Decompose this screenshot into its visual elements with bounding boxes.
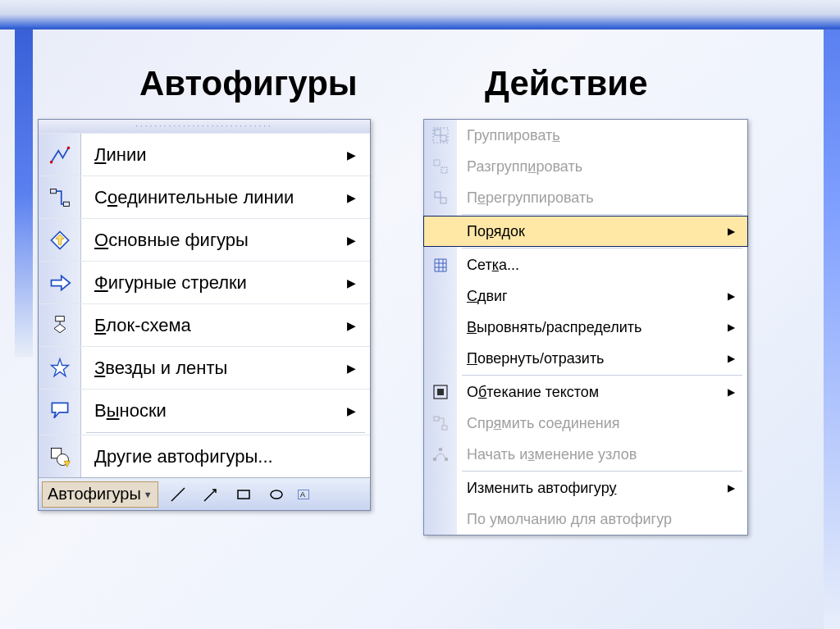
grid-icon (424, 249, 457, 280)
reroute-icon (424, 408, 457, 439)
dropdown-arrow-icon: ▼ (144, 490, 153, 499)
actions-menu: Группировать Разгруппировать Перегруппир… (423, 119, 748, 536)
svg-text:A: A (300, 490, 305, 499)
menu-label: Выноски (81, 400, 347, 422)
menu-item-callouts[interactable]: Выноски ▶ (39, 389, 370, 431)
menu-label: По умолчанию для автофигур (457, 511, 747, 528)
submenu-arrow-icon: ▶ (728, 226, 747, 237)
svg-point-8 (271, 490, 282, 499)
menu-item-grid[interactable]: Сетка... (424, 249, 747, 280)
autoshapes-dropdown-button[interactable]: Автофигуры▼ (42, 481, 158, 508)
menu-label: Сдвиг (457, 288, 728, 305)
menu-label: Соединительные линии (81, 187, 347, 208)
arrow-tool-button[interactable] (198, 481, 224, 508)
heading-actions: Действие (485, 64, 648, 103)
svg-rect-17 (441, 198, 446, 203)
submenu-arrow-icon: ▶ (347, 234, 370, 247)
submenu-arrow-icon: ▶ (347, 191, 370, 204)
menu-label: Перегруппировать (457, 189, 747, 207)
text-wrapping-icon (424, 376, 457, 408)
menu-item-align-distribute[interactable]: Выровнять/распределить ▶ (424, 312, 747, 343)
submenu-arrow-icon: ▶ (347, 276, 370, 289)
svg-rect-7 (238, 490, 249, 499)
svg-rect-3 (63, 202, 69, 206)
menu-label: Звезды и ленты (81, 358, 347, 379)
menu-label: Повернуть/отразить (457, 350, 728, 367)
blank-icon (424, 472, 457, 504)
menu-item-rotate-flip[interactable]: Повернуть/отразить ▶ (424, 343, 747, 374)
svg-rect-14 (434, 160, 440, 166)
menu-item-lines[interactable]: Линии ▶ (39, 133, 370, 175)
svg-rect-11 (435, 130, 441, 135)
submenu-arrow-icon: ▶ (728, 290, 747, 302)
menu-item-stars-banners[interactable]: Звезды и ленты ▶ (39, 346, 370, 389)
menu-label: Спрямить соединения (457, 415, 747, 432)
menu-item-ungroup[interactable]: Разгруппировать (424, 151, 747, 182)
drawing-toolbar: Автофигуры▼ A (39, 477, 370, 510)
menu-grip[interactable]: ····························· (39, 120, 370, 133)
menu-label: Сетка... (457, 257, 747, 274)
blank-icon (424, 312, 457, 343)
lines-icon (39, 134, 81, 175)
menu-label: Разгруппировать (457, 158, 747, 175)
submenu-arrow-icon: ▶ (728, 321, 747, 333)
blank-icon (424, 504, 457, 535)
blank-icon (424, 280, 457, 312)
menu-item-reroute-connectors[interactable]: Спрямить соединения (424, 408, 747, 439)
svg-point-0 (49, 161, 52, 164)
svg-rect-16 (435, 192, 441, 198)
svg-rect-19 (437, 389, 444, 395)
group-icon (424, 120, 457, 151)
ungroup-icon (424, 151, 457, 182)
textbox-tool-button[interactable]: A (296, 481, 311, 508)
menu-item-block-arrows[interactable]: Фигурные стрелки ▶ (39, 261, 370, 303)
menu-label: Другие автофигуры... (81, 446, 370, 467)
blank-icon (424, 217, 457, 246)
menu-label: Блок-схема (81, 315, 347, 336)
svg-rect-21 (442, 426, 447, 430)
menu-label: Начать изменение узлов (457, 446, 747, 463)
rectangle-tool-button[interactable] (231, 481, 257, 508)
menu-label: Порядок (457, 223, 728, 240)
submenu-arrow-icon: ▶ (347, 319, 370, 332)
svg-rect-24 (445, 458, 448, 461)
svg-point-1 (66, 146, 70, 149)
menu-item-change-autoshape[interactable]: Изменить автофигуру ▶ (424, 472, 747, 504)
line-tool-button[interactable] (165, 481, 191, 508)
menu-item-flowchart[interactable]: Блок-схема ▶ (39, 303, 370, 346)
svg-rect-12 (441, 135, 446, 141)
blank-icon (424, 343, 457, 374)
svg-rect-22 (433, 458, 436, 461)
more-shapes-icon (39, 435, 81, 477)
menu-item-regroup[interactable]: Перегруппировать (424, 182, 747, 213)
edit-points-icon (424, 439, 457, 470)
button-label: Автофигуры (48, 485, 141, 504)
menu-item-set-autoshape-defaults[interactable]: По умолчанию для автофигур (424, 504, 747, 535)
slide-accent-stripe (15, 30, 33, 358)
menu-item-group[interactable]: Группировать (424, 120, 747, 151)
menu-label: Изменить автофигуру (457, 480, 728, 497)
menu-label: Фигурные стрелки (81, 272, 347, 294)
menu-label: Линии (81, 144, 347, 166)
menu-item-more-autoshapes[interactable]: Другие автофигуры... (39, 435, 370, 477)
menu-label: Группировать (457, 127, 747, 144)
stars-icon (39, 347, 81, 389)
menu-item-text-wrapping[interactable]: Обтекание текстом ▶ (424, 376, 747, 408)
regroup-icon (424, 182, 457, 213)
menu-label: Основные фигуры (81, 230, 347, 251)
submenu-arrow-icon: ▶ (728, 386, 747, 398)
menu-item-order[interactable]: Порядок ▶ (423, 216, 748, 247)
connectors-icon (39, 176, 81, 218)
menu-label: Выровнять/распределить (457, 319, 728, 336)
submenu-arrow-icon: ▶ (728, 353, 747, 364)
oval-tool-button[interactable] (263, 481, 290, 508)
submenu-arrow-icon: ▶ (347, 362, 370, 375)
submenu-arrow-icon: ▶ (347, 404, 370, 417)
svg-rect-2 (50, 189, 56, 193)
heading-autoshapes: Автофигуры (139, 64, 358, 103)
menu-item-edit-points[interactable]: Начать изменение узлов (424, 439, 747, 470)
menu-item-basic-shapes[interactable]: Основные фигуры ▶ (39, 218, 370, 261)
menu-item-nudge[interactable]: Сдвиг ▶ (424, 280, 747, 312)
menu-item-connectors[interactable]: Соединительные линии ▶ (39, 175, 370, 218)
slide-top-bar (0, 0, 840, 30)
